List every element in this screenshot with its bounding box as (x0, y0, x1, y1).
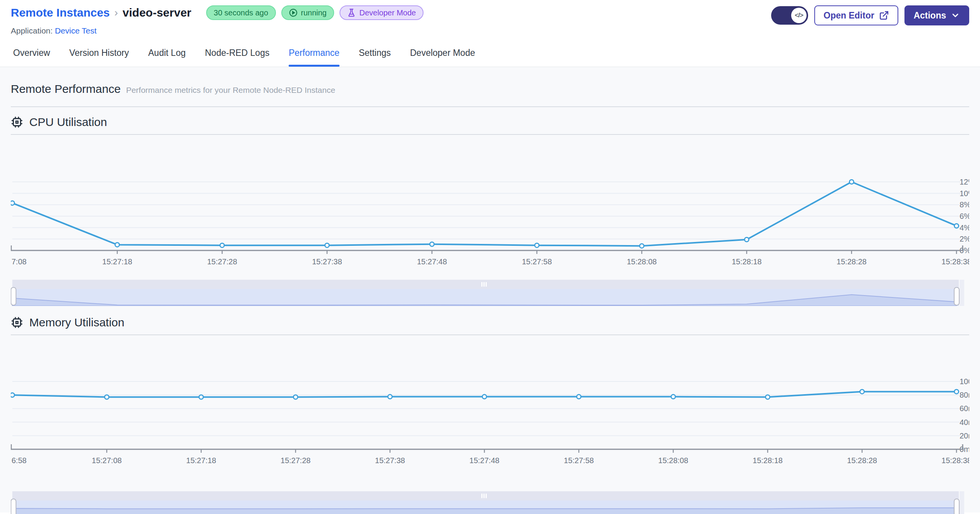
svg-text:80mb: 80mb (960, 391, 969, 399)
svg-text:15:27:38: 15:27:38 (375, 456, 405, 465)
svg-text:12%: 12% (960, 178, 969, 186)
memory-section-title: Memory Utilisation (29, 316, 124, 329)
application-label: Application: (11, 26, 53, 35)
page-title: Remote Performance (11, 82, 121, 96)
svg-text:15:27:28: 15:27:28 (207, 257, 237, 266)
svg-text:15:27:48: 15:27:48 (417, 257, 447, 266)
last-seen-label: 30 seconds ago (214, 8, 268, 17)
tab-overview[interactable]: Overview (13, 48, 50, 67)
svg-text:15:27:28: 15:27:28 (281, 456, 311, 465)
svg-text:4%: 4% (960, 223, 969, 232)
open-editor-label: Open Editor (824, 10, 874, 21)
svg-text:15:27:48: 15:27:48 (469, 456, 499, 465)
open-editor-button[interactable]: Open Editor (814, 5, 898, 25)
svg-text:15:28:18: 15:28:18 (753, 456, 783, 465)
play-circle-icon (289, 8, 298, 17)
application-link[interactable]: Device Test (55, 26, 96, 35)
memory-chip-icon (11, 316, 23, 329)
tab-performance[interactable]: Performance (289, 48, 340, 67)
cpu-section-title: CPU Utilisation (29, 116, 107, 129)
svg-text:6%: 6% (960, 212, 969, 220)
brush-handle-right[interactable] (954, 499, 959, 514)
flask-icon (347, 8, 356, 17)
developer-mode-toggle[interactable]: </> (771, 6, 808, 25)
tab-version-history[interactable]: Version History (69, 48, 129, 67)
tab-bar: Overview Version History Audit Log Node-… (11, 48, 969, 67)
actions-label: Actions (914, 10, 946, 21)
svg-text:15:28:28: 15:28:28 (837, 257, 867, 266)
svg-text:15:27:18: 15:27:18 (102, 257, 132, 266)
running-status-badge: running (281, 5, 335, 20)
svg-text:15:27:38: 15:27:38 (312, 257, 342, 266)
chevron-down-icon (951, 11, 960, 20)
application-row: Application: Device Test (11, 26, 424, 37)
page-header: Remote Instances › video-server 30 secon… (0, 0, 980, 67)
status-badges: 30 seconds ago running Developer Mode (206, 5, 424, 20)
tab-audit-log[interactable]: Audit Log (148, 48, 186, 67)
svg-text:7:08: 7:08 (12, 257, 27, 266)
svg-text:15:27:58: 15:27:58 (522, 257, 552, 266)
svg-text:15:28:38: 15:28:38 (941, 257, 969, 266)
svg-text:15:27:18: 15:27:18 (186, 456, 216, 465)
last-seen-badge: 30 seconds ago (206, 5, 276, 20)
svg-text:6:58: 6:58 (12, 456, 27, 465)
developer-mode-badge: Developer Mode (340, 5, 424, 20)
svg-text:15:28:08: 15:28:08 (627, 257, 657, 266)
main-content: Remote Performance Performance metrics f… (0, 67, 980, 512)
actions-button[interactable]: Actions (904, 5, 969, 25)
svg-text:10%: 10% (960, 189, 969, 198)
svg-text:15:28:38: 15:28:38 (941, 456, 969, 465)
svg-text:60mb: 60mb (960, 404, 969, 413)
svg-text:8%: 8% (960, 200, 969, 209)
svg-text:2%: 2% (960, 235, 969, 243)
developer-mode-label: Developer Mode (359, 8, 416, 17)
svg-text:40mb: 40mb (960, 418, 969, 427)
svg-text:15:27:08: 15:27:08 (92, 456, 122, 465)
cpu-chart-brush[interactable] (11, 280, 969, 307)
svg-text:100mb: 100mb (960, 377, 969, 386)
breadcrumb-parent-link[interactable]: Remote Instances (11, 6, 110, 19)
page-subtitle: Performance metrics for your Remote Node… (126, 86, 335, 95)
svg-text:15:28:28: 15:28:28 (847, 456, 877, 465)
breadcrumb-separator-icon: › (114, 7, 118, 19)
cpu-section: CPU Utilisation 0%2%4%6%8%10%12%7:0815:2… (11, 107, 969, 307)
tab-developer-mode[interactable]: Developer Mode (410, 48, 475, 67)
running-label: running (301, 8, 327, 17)
cpu-chip-icon (11, 116, 23, 128)
memory-chart-brush[interactable] (11, 491, 969, 514)
memory-section: Memory Utilisation 0mb20mb40mb60mb80mb10… (11, 307, 969, 514)
tab-node-red-logs[interactable]: Node-RED Logs (205, 48, 269, 67)
svg-text:15:27:58: 15:27:58 (564, 456, 594, 465)
svg-text:15:28:08: 15:28:08 (658, 456, 688, 465)
brush-handle-left[interactable] (11, 287, 16, 305)
tab-settings[interactable]: Settings (359, 48, 391, 67)
brush-handle-left[interactable] (11, 499, 16, 514)
external-link-icon (879, 10, 889, 20)
brush-handle-right[interactable] (954, 287, 959, 305)
cpu-chart[interactable]: 0%2%4%6%8%10%12%7:0815:27:1815:27:2815:2… (11, 136, 969, 267)
svg-text:15:28:18: 15:28:18 (732, 257, 762, 266)
breadcrumb: Remote Instances › video-server (11, 6, 192, 19)
memory-chart[interactable]: 0mb20mb40mb60mb80mb100mb6:5815:27:0815:2… (11, 336, 969, 469)
svg-text:20mb: 20mb (960, 432, 969, 440)
code-icon: </> (791, 8, 807, 23)
breadcrumb-current: video-server (123, 6, 191, 19)
